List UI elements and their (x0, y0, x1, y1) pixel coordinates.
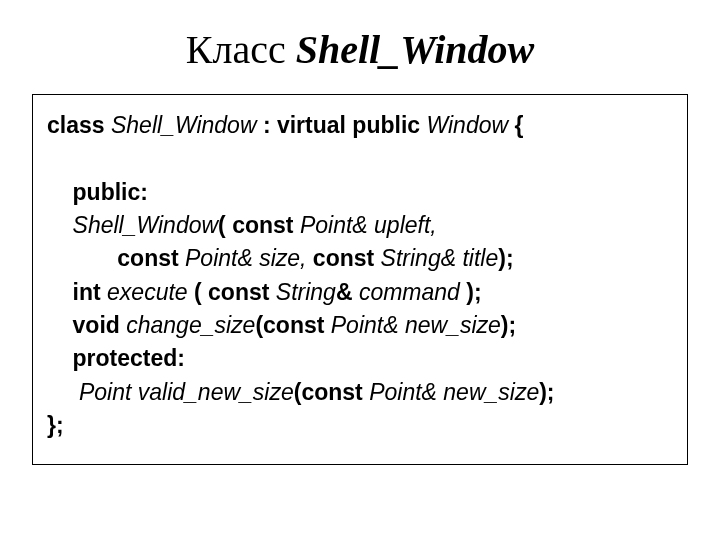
vns-close: ); (539, 379, 554, 405)
exec-param: command (359, 279, 460, 305)
vns-name: Point valid_new_size (79, 379, 294, 405)
chg-param: Point& new_size (331, 312, 501, 338)
ctor-p1b: Point& upleft, (300, 212, 437, 238)
exec-name: execute (107, 279, 188, 305)
indent (47, 212, 73, 238)
slide: Класс Shell_Window class Shell_Window : … (0, 0, 720, 540)
kw-class: class (47, 112, 111, 138)
ctor-p3b: String& title (381, 245, 499, 271)
kw-inherit: : virtual public (263, 112, 427, 138)
vns-indent (47, 379, 79, 405)
exec-p1a: ( const (188, 279, 276, 305)
ctor-close: ); (498, 245, 513, 271)
ctor-p1-tail (437, 212, 443, 238)
exec-amp: & (336, 279, 359, 305)
baseclass: Window (426, 112, 508, 138)
code-block: class Shell_Window : virtual public Wind… (47, 109, 673, 442)
exec-type: String (276, 279, 336, 305)
kw-protected: protected: (47, 345, 185, 371)
vns-param: Point& new_size (369, 379, 539, 405)
kw-public: public: (47, 179, 148, 205)
slide-title: Класс Shell_Window (32, 28, 688, 72)
classname: Shell_Window (111, 112, 263, 138)
chg-p1a: (const (255, 312, 330, 338)
ctor-p2a: const (47, 245, 185, 271)
title-word: Класс (186, 27, 286, 72)
chg-close: ); (501, 312, 516, 338)
ctor-p3a: const (306, 245, 380, 271)
title-classname: Shell_Window (296, 27, 535, 72)
ctor-p2b: Point& size, (185, 245, 306, 271)
ctor-p1a: ( const (218, 212, 300, 238)
exec-close: ); (460, 279, 482, 305)
vns-p1a: (const (294, 379, 369, 405)
code-box: class Shell_Window : virtual public Wind… (32, 94, 688, 465)
brace-open: { (508, 112, 523, 138)
brace-close: }; (47, 412, 64, 438)
chg-ret: void (47, 312, 126, 338)
chg-name: change_size (126, 312, 255, 338)
exec-ret: int (47, 279, 107, 305)
ctor-name: Shell_Window (73, 212, 219, 238)
